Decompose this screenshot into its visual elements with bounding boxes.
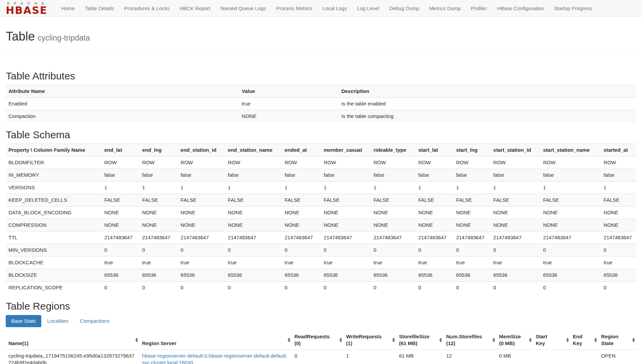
- table-cell: ROW: [416, 156, 453, 169]
- table-cell: 0 MB: [496, 350, 533, 364]
- sortable-column-header[interactable]: WriteRequests (1): [344, 331, 396, 350]
- table-cell: 0: [178, 244, 225, 257]
- table-cell: MIN_VERSIONS: [6, 244, 102, 257]
- table-attributes-section: Table Attributes Attribute NameValueDesc…: [6, 70, 636, 122]
- nav-link-metrics-dump[interactable]: Metrics Dump: [424, 0, 466, 17]
- table-cell: NONE: [371, 207, 416, 219]
- table-row: REPLICATION_SCOPE000000000000: [6, 282, 636, 294]
- column-header: ended_at: [282, 144, 321, 156]
- table-cell: 65536: [282, 269, 321, 282]
- nav-link-debug-dump[interactable]: Debug Dump: [384, 0, 424, 17]
- table-cell: false: [453, 169, 491, 181]
- table-cell: NONE: [540, 219, 601, 232]
- sortable-column-header[interactable]: Num.Storefiles (12): [443, 331, 496, 350]
- table-cell: 65536: [139, 269, 178, 282]
- table-cell: 0: [102, 244, 139, 257]
- table-cell: 1: [102, 181, 139, 194]
- sort-icon[interactable]: [439, 338, 442, 342]
- hbase-logo[interactable]: APACHE HBASE: [6, 0, 49, 17]
- table-cell: ROW: [139, 156, 178, 169]
- table-cell: 0: [321, 282, 371, 294]
- sort-icon[interactable]: [392, 338, 395, 342]
- nav-link-hbase-configuration[interactable]: HBase Configuration: [492, 0, 549, 17]
- header-row: Attribute NameValueDescription: [6, 85, 636, 98]
- table-cell: 0: [416, 282, 453, 294]
- header-row: Name(1)Region ServerReadRequests (0)Writ…: [6, 331, 636, 350]
- nav-link-log-level[interactable]: Log Level: [352, 0, 384, 17]
- table-cell: false: [491, 169, 540, 181]
- column-header: end_station_id: [178, 144, 225, 156]
- sort-icon[interactable]: [632, 338, 635, 342]
- nav-link-process-metrics[interactable]: Process Metrics: [271, 0, 317, 17]
- nav-link-local-logs[interactable]: Local Logs: [317, 0, 352, 17]
- sortable-column-header[interactable]: End Key: [570, 331, 599, 350]
- table-attributes-table: Attribute NameValueDescriptionEnabledtru…: [6, 85, 636, 122]
- table-cell: NONE: [225, 207, 282, 219]
- table-cell: 0: [225, 244, 282, 257]
- sortable-column-header[interactable]: Name(1): [6, 331, 139, 350]
- nav-link-startup-progress[interactable]: Startup Progress: [549, 0, 597, 17]
- table-row: DATA_BLOCK_ENCODINGNONENONENONENONENONEN…: [6, 207, 636, 219]
- table-cell: OPEN: [598, 350, 636, 364]
- sortable-column-header[interactable]: Region Server: [139, 331, 292, 350]
- table-cell: NONE: [225, 219, 282, 232]
- table-row: TTL2147483647214748364721474836472147483…: [6, 232, 636, 244]
- regions-tab-link[interactable]: Base Stats: [6, 315, 41, 327]
- table-row: EnabledtrueIs the table enabled: [6, 98, 636, 110]
- column-header: end_station_name: [225, 144, 282, 156]
- sort-icon[interactable]: [135, 338, 138, 342]
- table-schema-table: Property \ Column Family Nameend_latend_…: [6, 144, 636, 294]
- table-cell: NONE: [178, 207, 225, 219]
- sort-icon[interactable]: [566, 338, 569, 342]
- table-cell: 2147483647: [371, 232, 416, 244]
- table-cell: FALSE: [371, 194, 416, 207]
- sort-icon[interactable]: [288, 338, 290, 342]
- table-cell: 1: [601, 181, 636, 194]
- region-server-link[interactable]: hbase-regionserver-default-0.hbase-regio…: [142, 353, 287, 364]
- table-cell: Enabled: [6, 98, 239, 110]
- nav-link-named-queue-logs[interactable]: Named Queue Logs: [216, 0, 271, 17]
- table-cell: FALSE: [601, 194, 636, 207]
- sortable-column-header[interactable]: ReadRequests (0): [292, 331, 344, 350]
- sortable-column-header[interactable]: Region State: [598, 331, 636, 350]
- regions-tab-link[interactable]: Compactions: [74, 315, 115, 327]
- table-cell: VERSIONS: [6, 181, 102, 194]
- column-header: start_lat: [416, 144, 453, 156]
- table-regions-table: Name(1)Region ServerReadRequests (0)Writ…: [6, 331, 636, 364]
- table-cell: 1: [178, 181, 225, 194]
- table-cell: ROW: [321, 156, 371, 169]
- table-cell: 12: [443, 350, 496, 364]
- sort-icon[interactable]: [594, 338, 597, 342]
- table-cell: true: [239, 98, 338, 110]
- nav-link-table-details[interactable]: Table Details: [80, 0, 119, 17]
- table-cell: 0: [282, 244, 321, 257]
- nav-item: Home: [56, 0, 80, 17]
- column-label: MemSize (0 MB): [499, 333, 521, 347]
- regions-tab-link[interactable]: Localities: [42, 315, 74, 327]
- table-cell: true: [102, 257, 139, 269]
- table-cell: ROW: [178, 156, 225, 169]
- nav-link-home[interactable]: Home: [56, 0, 80, 17]
- table-cell: FALSE: [453, 194, 491, 207]
- table-cell: FALSE: [491, 194, 540, 207]
- table-cell: 65536: [321, 269, 371, 282]
- table-schema-heading: Table Schema: [6, 129, 636, 140]
- nav-link-procedures-locks[interactable]: Procedures & Locks: [119, 0, 175, 17]
- column-label: End Key: [573, 333, 582, 347]
- table-cell: 65536: [371, 269, 416, 282]
- column-label: StorefileSize (61 MB): [399, 333, 429, 347]
- nav-item: Startup Progress: [549, 0, 597, 17]
- table-cell: NONE: [139, 219, 178, 232]
- table-cell: true: [601, 257, 636, 269]
- sort-icon[interactable]: [492, 338, 495, 342]
- sort-icon[interactable]: [339, 338, 342, 342]
- nav-link-profiler[interactable]: Profiler: [466, 0, 492, 17]
- sortable-column-header[interactable]: StorefileSize (61 MB): [396, 331, 444, 350]
- table-cell: true: [282, 257, 321, 269]
- column-header: Property \ Column Family Name: [6, 144, 102, 156]
- sort-icon[interactable]: [529, 338, 532, 342]
- sortable-column-header[interactable]: Start Key: [533, 331, 570, 350]
- nav-link-hbck-report[interactable]: HBCK Report: [175, 0, 216, 17]
- table-cell: ROW: [540, 156, 601, 169]
- sortable-column-header[interactable]: MemSize (0 MB): [496, 331, 533, 350]
